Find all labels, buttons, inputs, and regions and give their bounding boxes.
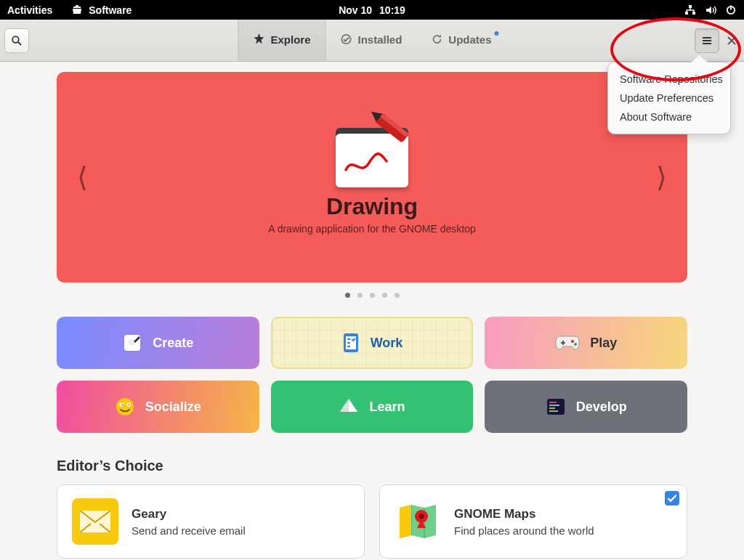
create-icon	[122, 333, 142, 353]
software-icon	[71, 4, 83, 16]
menu-about-software[interactable]: About Software	[608, 107, 730, 126]
svg-point-6	[12, 36, 19, 43]
activities-button[interactable]: Activities	[7, 4, 52, 16]
svg-rect-2	[685, 12, 688, 15]
category-grid: Create Work Play Socialize	[57, 317, 687, 433]
app-title: GNOME Maps	[454, 507, 594, 522]
category-develop[interactable]: Develop	[485, 381, 687, 433]
banner-title: Drawing	[326, 193, 418, 220]
svg-rect-1	[689, 5, 692, 8]
tab-installed[interactable]: Installed	[326, 20, 416, 61]
category-label: Work	[371, 336, 403, 351]
editors-choice-grid: Geary Send and receive email GNOME Maps …	[57, 484, 687, 559]
svg-point-12	[128, 338, 135, 346]
svg-rect-5	[730, 5, 732, 9]
time-label: 10:19	[379, 4, 405, 16]
category-work[interactable]: Work	[271, 317, 474, 369]
svg-rect-20	[547, 399, 565, 415]
category-label: Play	[590, 336, 617, 351]
pager-dot[interactable]	[370, 293, 375, 298]
pager-dot[interactable]	[395, 293, 400, 298]
panel-app-button[interactable]: Software	[71, 4, 132, 16]
editors-choice-heading: Editor’s Choice	[57, 458, 687, 474]
pager-dot[interactable]	[382, 293, 387, 298]
app-title: Geary	[132, 507, 246, 522]
content-scroll[interactable]: ⟨ ⟩ Drawing A drawing application for th…	[0, 62, 744, 560]
svg-point-17	[116, 398, 134, 415]
tab-explore[interactable]: Explore	[238, 20, 326, 61]
banner-subtitle: A drawing application for the GNOME desk…	[268, 223, 476, 235]
close-button[interactable]	[724, 36, 740, 46]
tab-label: Updates	[448, 33, 491, 46]
category-learn[interactable]: Learn	[271, 381, 474, 433]
pager-dot[interactable]	[345, 293, 350, 298]
menu-software-repositories[interactable]: Software Repositories	[608, 70, 730, 89]
tab-label: Explore	[270, 33, 310, 46]
category-label: Develop	[576, 399, 627, 415]
category-label: Learn	[369, 399, 405, 415]
power-icon[interactable]	[725, 4, 737, 16]
learn-icon	[339, 397, 359, 417]
play-icon	[555, 334, 580, 352]
app-card-gnome-maps[interactable]: GNOME Maps Find places around the world	[379, 484, 687, 559]
view-tabs: Explore Installed Updates	[238, 20, 506, 61]
tab-label: Installed	[357, 33, 402, 46]
socialize-icon	[115, 397, 135, 417]
banner-next-button[interactable]: ⟩	[656, 161, 667, 193]
updates-icon	[431, 33, 442, 45]
work-icon	[341, 332, 360, 354]
app-description: Find places around the world	[454, 524, 594, 537]
search-button[interactable]	[4, 28, 29, 53]
date-label: Nov 10	[339, 4, 372, 16]
featured-banner[interactable]: ⟨ ⟩ Drawing A drawing application for th…	[57, 72, 687, 283]
drawing-app-icon	[331, 121, 413, 187]
clock[interactable]: Nov 10 10:19	[339, 4, 405, 16]
category-label: Create	[153, 336, 193, 351]
volume-icon[interactable]	[705, 4, 716, 16]
svg-point-23	[419, 514, 424, 519]
svg-point-16	[574, 343, 577, 346]
banner-prev-button[interactable]: ⟨	[77, 161, 88, 193]
hamburger-menu-button[interactable]	[695, 28, 719, 53]
primary-menu-popover: Software Repositories Update Preferences…	[607, 62, 731, 134]
svg-rect-0	[76, 5, 78, 7]
svg-point-15	[571, 340, 574, 343]
header-bar: Explore Installed Updates	[0, 20, 744, 62]
app-card-geary[interactable]: Geary Send and receive email	[57, 484, 365, 559]
geary-icon	[72, 498, 118, 545]
hamburger-icon	[701, 35, 713, 46]
top-panel: Activities Software Nov 10 10:19	[0, 0, 744, 20]
category-label: Socialize	[145, 399, 201, 415]
maps-icon	[395, 498, 441, 545]
updates-indicator-dot	[495, 31, 499, 36]
develop-icon	[546, 397, 566, 416]
panel-app-label: Software	[89, 4, 132, 16]
category-socialize[interactable]: Socialize	[57, 381, 259, 433]
menu-update-preferences[interactable]: Update Preferences	[608, 89, 730, 107]
explore-icon	[253, 33, 264, 45]
network-icon[interactable]	[684, 4, 696, 16]
app-description: Send and receive email	[132, 524, 246, 537]
selected-checkbox[interactable]	[665, 491, 679, 506]
search-icon	[11, 35, 23, 46]
category-play[interactable]: Play	[485, 317, 687, 369]
banner-pager	[57, 293, 687, 298]
category-create[interactable]: Create	[57, 317, 259, 369]
installed-icon	[340, 33, 352, 45]
tab-updates[interactable]: Updates	[416, 20, 506, 61]
close-icon	[727, 36, 737, 46]
svg-rect-3	[692, 12, 695, 15]
pager-dot[interactable]	[357, 293, 363, 298]
